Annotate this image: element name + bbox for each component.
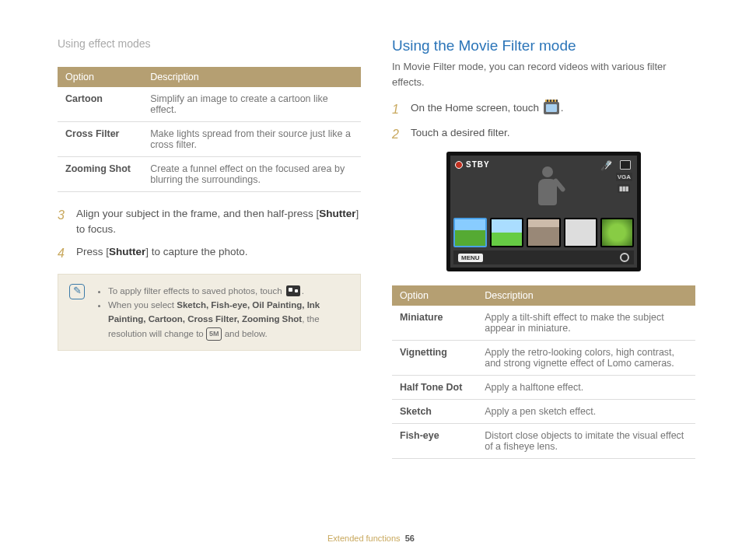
filter-thumbnail <box>564 218 597 247</box>
table-row: Half Tone Dot Apply a halftone effect. <box>392 376 695 400</box>
note-box: ✎ To apply filter effects to saved photo… <box>58 274 361 352</box>
step-2: 2 Touch a desired filter. <box>392 125 695 144</box>
option-cell: Sketch <box>392 400 477 424</box>
filter-thumbnail <box>600 218 634 247</box>
gallery-icon <box>286 285 300 296</box>
step-number: 1 <box>392 100 403 119</box>
note-icon: ✎ <box>69 284 85 299</box>
filter-thumbnail <box>490 218 523 247</box>
heading-movie-filter: Using the Movie Filter mode <box>392 37 695 54</box>
col-option: Option <box>392 285 477 306</box>
option-cell: Half Tone Dot <box>392 376 477 400</box>
sd-card-icon <box>620 160 631 170</box>
step-text: Touch a desired filter. <box>411 125 510 141</box>
step-text: Press [Shutter] to capture the photo. <box>76 244 248 260</box>
desc-cell: Simplify an image to create a cartoon li… <box>142 87 361 122</box>
step-1: 1 On the Home screen, touch . <box>392 100 695 119</box>
desc-cell: Apply a halftone effect. <box>477 376 695 400</box>
camera-screen: STBY 🎤̸ VGA ▮▮▮ <box>446 152 641 271</box>
shutter-button-icon <box>620 253 629 262</box>
desc-cell: Apply a pen sketch effect. <box>477 400 695 424</box>
footer-section: Extended functions <box>327 534 401 543</box>
record-indicator-icon <box>455 161 463 169</box>
movie-filter-icon <box>544 102 559 114</box>
filter-thumbnail-selected <box>453 218 487 247</box>
page-number: 56 <box>405 534 415 543</box>
smart-filter-table: Option Description Cartoon Simplify an i… <box>58 67 361 192</box>
option-cell: Cartoon <box>58 87 142 122</box>
step-text: Align your subject in the frame, and the… <box>76 206 361 238</box>
mic-off-icon: 🎤̸ <box>600 160 612 171</box>
vga-badge: VGA <box>616 173 632 181</box>
filter-thumbnail-strip <box>453 218 634 247</box>
resolution-badge-icon: 5M <box>206 327 222 340</box>
table-row: Cross Filter Make lights spread from the… <box>58 122 361 157</box>
step-number: 4 <box>58 244 68 263</box>
step-3: 3 Align your subject in the frame, and t… <box>58 206 361 238</box>
note-line-1: To apply filter effects to saved photos,… <box>108 284 349 298</box>
desc-cell: Apply the retro-looking colors, high con… <box>477 341 695 376</box>
movie-filter-table: Option Description Miniature Apply a til… <box>392 285 695 459</box>
breadcrumb: Using effect modes <box>58 37 361 50</box>
table-row: Vignetting Apply the retro-looking color… <box>392 341 695 376</box>
table-row: Sketch Apply a pen sketch effect. <box>392 400 695 424</box>
menu-button: MENU <box>458 254 483 262</box>
step-number: 2 <box>392 125 403 144</box>
step-number: 3 <box>58 206 68 225</box>
step-text: On the Home screen, touch . <box>411 100 564 116</box>
desc-cell: Create a funnel effect on the focused ar… <box>142 157 361 192</box>
side-indicators: VGA ▮▮▮ <box>616 173 632 193</box>
subject-silhouette <box>528 166 567 216</box>
table-row: Zooming Shot Create a funnel effect on t… <box>58 157 361 192</box>
col-option: Option <box>58 67 142 87</box>
step-4: 4 Press [Shutter] to capture the photo. <box>58 244 361 263</box>
option-cell: Miniature <box>392 306 477 341</box>
table-row: Fish-eye Distort close objects to imitat… <box>392 424 695 459</box>
battery-icon: ▮▮▮ <box>618 184 630 193</box>
table-row: Miniature Apply a tilt-shift effect to m… <box>392 306 695 341</box>
col-description: Description <box>477 285 695 306</box>
intro-text: In Movie Filter mode, you can record vid… <box>392 59 695 89</box>
desc-cell: Apply a tilt-shift effect to make the su… <box>477 306 695 341</box>
standby-label: STBY <box>466 160 490 169</box>
option-cell: Cross Filter <box>58 122 142 157</box>
option-cell: Fish-eye <box>392 424 477 459</box>
table-row: Cartoon Simplify an image to create a ca… <box>58 87 361 122</box>
option-cell: Zooming Shot <box>58 157 142 192</box>
page-footer: Extended functions 56 <box>0 534 742 543</box>
desc-cell: Make lights spread from their source jus… <box>142 122 361 157</box>
col-description: Description <box>142 67 361 87</box>
filter-thumbnail <box>527 218 560 247</box>
note-line-2: When you select Sketch, Fish-eye, Oil Pa… <box>108 298 349 341</box>
option-cell: Vignetting <box>392 341 477 376</box>
desc-cell: Distort close objects to imitate the vis… <box>477 424 695 459</box>
